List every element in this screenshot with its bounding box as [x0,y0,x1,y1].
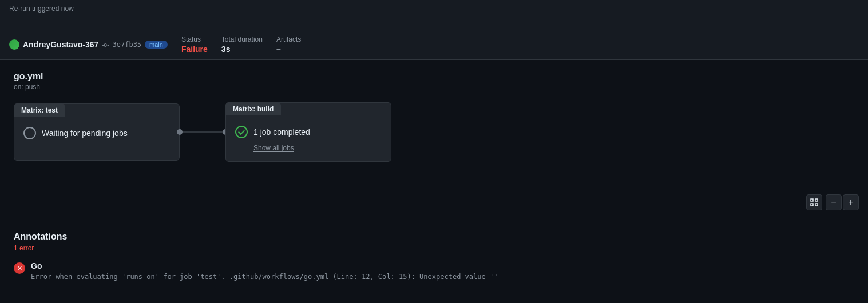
duration-block: Total duration 3s [221,35,263,54]
connector-dot-left [177,129,183,135]
duration-value: 3s [221,45,263,54]
job-label-waiting: Waiting for pending jobs [42,129,128,138]
username[interactable]: AndreyGustavo-367 [23,40,98,49]
zoom-in-button[interactable]: + [843,194,859,210]
svg-rect-2 [811,204,813,206]
annotation-content: Go Error when evaluating 'runs-on' for j… [31,261,498,281]
annotation-item: Go Error when evaluating 'runs-on' for j… [14,261,854,281]
workflow-trigger: on: push [14,83,854,91]
status-block: Status Failure [181,35,208,54]
job-status-icon-completed [235,126,248,138]
svg-rect-1 [815,199,818,201]
job-card-matrix-build: Matrix: build 1 job completed Show all j… [225,102,391,162]
status-label: Status [181,35,208,43]
triggered-label: Re-run triggered now [9,5,74,13]
zoom-controls: − + [806,194,859,210]
error-icon [14,262,25,274]
job-card-header-build: Matrix: build [225,102,281,115]
commit-row: AndreyGustavo-367 -o- 3e7fb35 main [9,39,168,50]
job-card-header-test: Matrix: test [14,103,65,117]
svg-rect-0 [811,199,813,201]
artifacts-value: – [276,45,301,54]
workflow-nodes: Matrix: test Waiting for pending jobs Ma… [14,102,854,162]
connector [180,131,225,133]
annotations-section: Annotations 1 error Go Error when evalua… [0,220,868,292]
artifacts-block: Artifacts – [276,35,301,54]
annotation-message: Error when evaluating 'runs-on' for job … [31,273,498,281]
commit-sep-icon: -o- [102,42,109,48]
job-card-matrix-test: Matrix: test Waiting for pending jobs [14,103,180,161]
connector-line [180,131,225,133]
branch-badge[interactable]: main [145,41,168,49]
annotation-name: Go [31,261,498,270]
show-all-jobs-link[interactable]: Show all jobs [253,144,294,152]
artifacts-label: Artifacts [276,35,301,43]
fullscreen-button[interactable] [806,194,822,210]
avatar [9,39,19,50]
duration-label: Total duration [221,35,263,43]
top-bar: Re-run triggered now AndreyGustavo-367 -… [0,0,868,60]
status-value: Failure [181,45,208,54]
zoom-out-button[interactable]: − [826,194,842,210]
annotations-title: Annotations [14,232,854,242]
commit-hash[interactable]: 3e7fb35 [113,41,142,49]
svg-rect-3 [815,204,818,206]
job-status-icon-waiting [23,127,36,139]
workflow-canvas: go.yml on: push Matrix: test Waiting for… [0,60,868,220]
annotations-count: 1 error [14,244,854,252]
workflow-title: go.yml [14,71,854,82]
job-label-completed: 1 job completed [253,127,310,137]
